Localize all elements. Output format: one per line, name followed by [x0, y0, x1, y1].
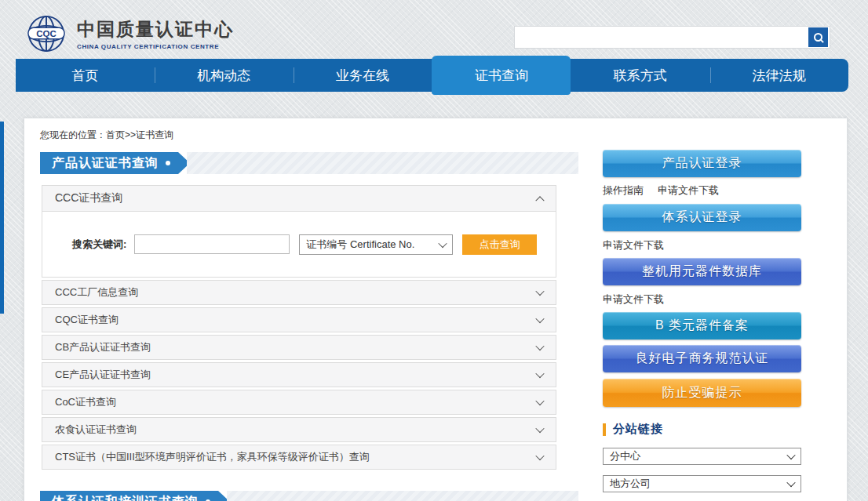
product-query-title-tag: 产品认证证书查询 [40, 152, 178, 174]
keyword-label: 搜索关键词: [72, 238, 126, 252]
chevron-up-icon [535, 196, 544, 205]
chevron-down-icon [535, 452, 544, 460]
nav-item-certificate-query[interactable]: 证书查询 [432, 56, 571, 95]
sidebar: 产品认证登录 操作指南 申请文件下载 体系认证登录 申请文件下载 整机用元器件数… [603, 150, 801, 501]
branch-links-heading: 分站链接 [603, 422, 801, 437]
orange-bar-icon [603, 423, 606, 436]
search-input[interactable] [515, 27, 808, 48]
accordion-item-agrifood[interactable]: 农食认证证书查询 [42, 417, 556, 442]
chevron-down-icon [535, 314, 544, 323]
breadcrumb-separator: >> [125, 129, 136, 140]
header-search [514, 26, 830, 49]
nav-item-home[interactable]: 首页 [16, 59, 155, 92]
branch-links-title: 分站链接 [613, 422, 663, 437]
accordion-item-ccc-expanded[interactable]: CCC证书查询 [42, 185, 556, 212]
main-nav: 首页 机构动态 业务在线 证书查询 联系方式 法律法规 [16, 59, 848, 92]
download-files-link[interactable]: 申请文件下载 [603, 292, 664, 307]
local-company-value: 地方公司 [610, 477, 651, 491]
site-title-en: CHINA QUALITY CERTIFICATION CENTRE [77, 43, 234, 50]
accordion-item-coc[interactable]: CoC证书查询 [42, 390, 556, 415]
nav-divider [294, 67, 294, 83]
breadcrumb-current: 证书查询 [136, 129, 173, 140]
system-login-button[interactable]: 体系认证登录 [603, 204, 801, 231]
nav-item-news[interactable]: 机构动态 [155, 59, 294, 92]
fraud-alert-button[interactable]: 防止受骗提示 [603, 379, 801, 407]
accordion-label: CQC证书查询 [55, 313, 119, 327]
accordion-item-ccc-factory[interactable]: CCC工厂信息查询 [42, 280, 556, 305]
chevron-down-icon [535, 369, 544, 378]
accordion-label: CCC证书查询 [55, 191, 122, 205]
accordion-label: CTS证书（中国III型环境声明评价证书，家具环保等级评价证书）查询 [55, 450, 370, 464]
certificate-field-value: 证书编号 Certificate No. [306, 238, 414, 252]
chevron-down-icon [535, 397, 544, 405]
keyword-input[interactable] [134, 234, 290, 254]
nav-divider [710, 67, 711, 83]
cqc-globe-logo-icon: CQC [24, 14, 69, 53]
accordion-label: 农食认证证书查询 [55, 423, 137, 437]
system-query-banner: 体系认证和培训证书查询 [40, 491, 578, 501]
breadcrumb-home-link[interactable]: 首页 [106, 129, 125, 140]
accordion-label: CB产品认证证书查询 [55, 340, 151, 354]
banner-dot-icon [166, 161, 170, 165]
query-button[interactable]: 点击查询 [462, 234, 537, 255]
operation-guide-link[interactable]: 操作指南 [603, 183, 644, 198]
banner-stripe [187, 152, 578, 174]
site-logo[interactable]: CQC 中国质量认证中心 CHINA QUALITY CERTIFICATION… [24, 14, 234, 53]
breadcrumb-prefix: 您现在的位置： [40, 129, 106, 140]
certificate-query-accordion: CCC证书查询 搜索关键词: 证书编号 Certificate No. 点击查询… [42, 185, 556, 470]
left-accent-strip [0, 122, 4, 314]
search-icon [813, 32, 823, 42]
ecommerce-certification-button[interactable]: 良好电子商务规范认证 [603, 345, 801, 372]
accordion-label: CCC工厂信息查询 [55, 285, 138, 300]
accordion-item-ce[interactable]: CE产品认证证书查询 [42, 362, 556, 387]
components-database-button[interactable]: 整机用元器件数据库 [603, 258, 801, 285]
chevron-down-icon [535, 287, 544, 296]
chevron-down-icon [439, 238, 447, 247]
chevron-down-icon [786, 478, 795, 487]
accordion-item-cts[interactable]: CTS证书（中国III型环境声明评价证书，家具环保等级评价证书）查询 [42, 445, 556, 470]
accordion-item-cqc[interactable]: CQC证书查询 [42, 307, 556, 332]
chevron-down-icon [786, 451, 795, 459]
ccc-search-form: 搜索关键词: 证书编号 Certificate No. 点击查询 [42, 212, 556, 278]
search-button[interactable] [808, 27, 828, 47]
download-files-link[interactable]: 申请文件下载 [658, 183, 719, 198]
content-panel: 您现在的位置：首页>>证书查询 产品认证证书查询 CCC证书查询 搜索关键词: … [24, 118, 848, 501]
branch-center-value: 分中心 [610, 449, 640, 463]
system-query-title-tag: 体系认证和培训证书查询 [40, 491, 218, 501]
nav-divider [155, 67, 155, 83]
accordion-label: CE产品认证证书查询 [55, 368, 151, 382]
branch-center-select[interactable]: 分中心 [603, 448, 801, 465]
class-b-components-button[interactable]: B 类元器件备案 [603, 312, 801, 339]
breadcrumb: 您现在的位置：首页>>证书查询 [40, 129, 173, 142]
banner-stripe [227, 491, 578, 501]
certificate-field-select[interactable]: 证书编号 Certificate No. [299, 234, 453, 255]
accordion-item-cb[interactable]: CB产品认证证书查询 [42, 335, 556, 360]
system-query-title: 体系认证和培训证书查询 [52, 494, 199, 501]
svg-text:CQC: CQC [36, 29, 57, 38]
product-login-button[interactable]: 产品认证登录 [603, 150, 801, 177]
nav-item-contact[interactable]: 联系方式 [571, 59, 709, 92]
nav-item-laws[interactable]: 法律法规 [709, 59, 848, 92]
product-query-title: 产品认证证书查询 [52, 155, 159, 172]
product-query-banner: 产品认证证书查询 [40, 152, 578, 174]
nav-item-business-online[interactable]: 业务在线 [294, 59, 432, 92]
local-company-select[interactable]: 地方公司 [603, 475, 801, 492]
chevron-down-icon [535, 424, 544, 433]
site-title-cn: 中国质量认证中心 [77, 17, 234, 42]
download-files-link[interactable]: 申请文件下载 [603, 238, 664, 252]
accordion-label: CoC证书查询 [55, 395, 116, 409]
chevron-down-icon [535, 342, 544, 350]
